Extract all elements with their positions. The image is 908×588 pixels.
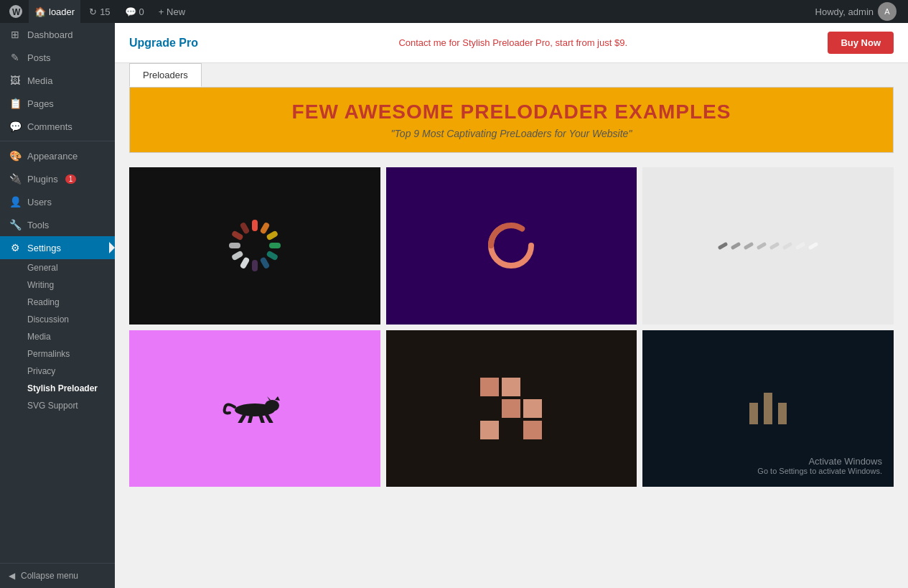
submenu-media[interactable]: Media xyxy=(0,328,115,345)
svg-marker-18 xyxy=(275,396,280,401)
wp-logo[interactable]: W xyxy=(6,0,26,23)
svg-rect-10 xyxy=(231,251,244,261)
svg-rect-2 xyxy=(252,220,258,231)
svg-point-17 xyxy=(265,400,279,411)
updates-count: 15 xyxy=(100,6,110,17)
sidebar: ⊞ Dashboard ✎ Posts 🖼 Media 📋 Pages 💬 Co… xyxy=(0,23,115,588)
submenu-discussion[interactable]: Discussion xyxy=(0,311,115,328)
sidebar-item-label: Media xyxy=(27,75,52,86)
tab-bar: Preloaders xyxy=(129,63,894,87)
comments-icon: 💬 xyxy=(125,6,136,17)
dash xyxy=(808,242,819,250)
sidebar-item-label: Appearance xyxy=(27,151,78,162)
sidebar-item-pages[interactable]: 📋 Pages xyxy=(0,92,115,115)
bar xyxy=(778,403,787,424)
pixel xyxy=(480,421,499,439)
promo-title: FEW AWESOME PRELODADER EXAMPLES xyxy=(144,101,879,123)
sidebar-item-users[interactable]: 👤 Users xyxy=(0,190,115,213)
sidebar-item-appearance[interactable]: 🎨 Appearance xyxy=(0,144,115,167)
submenu-general[interactable]: General xyxy=(0,259,115,276)
pixel xyxy=(523,421,542,439)
sidebar-item-dashboard[interactable]: ⊞ Dashboard xyxy=(0,23,115,46)
bar xyxy=(764,393,772,424)
activate-windows-subtitle: Go to Settings to activate Windows. xyxy=(757,467,882,475)
dash xyxy=(757,242,767,250)
main-content: Upgrade Pro Contact me for Stylish Prelo… xyxy=(115,23,908,588)
sidebar-item-tools[interactable]: 🔧 Tools xyxy=(0,213,115,236)
dash xyxy=(744,242,754,250)
sidebar-item-posts[interactable]: ✎ Posts xyxy=(0,46,115,69)
plugins-icon: 🔌 xyxy=(9,173,22,185)
sidebar-item-settings[interactable]: ⚙ Settings xyxy=(0,236,115,259)
plugins-badge: 1 xyxy=(65,174,77,184)
tab-preloaders[interactable]: Preloaders xyxy=(129,63,202,87)
sidebar-item-plugins[interactable]: 🔌 Plugins 1 xyxy=(0,167,115,190)
sidebar-item-label: Settings xyxy=(27,243,61,253)
media-icon: 🖼 xyxy=(9,75,22,86)
site-name: loader xyxy=(49,6,75,17)
comments-item[interactable]: 💬 0 xyxy=(119,0,150,23)
dashboard-icon: ⊞ xyxy=(9,29,22,40)
preloader-card-1 xyxy=(129,167,380,325)
svg-text:W: W xyxy=(12,7,21,17)
svg-rect-12 xyxy=(231,230,244,241)
buy-now-button[interactable]: Buy Now xyxy=(828,32,894,54)
cheetah-svg xyxy=(219,394,291,423)
preloader-card-5 xyxy=(386,330,637,487)
comments-count: 0 xyxy=(139,6,144,17)
bars-section xyxy=(749,393,787,424)
collapse-menu-button[interactable]: ◀ Collapse menu xyxy=(0,563,115,588)
svg-rect-13 xyxy=(239,222,250,235)
sidebar-item-label: Posts xyxy=(27,52,51,63)
activate-windows-watermark: Activate Windows Go to Settings to activ… xyxy=(757,456,882,475)
svg-rect-9 xyxy=(239,257,250,270)
spinner-arrows xyxy=(482,217,540,274)
updates-item[interactable]: ↻ 15 xyxy=(83,0,116,23)
updates-icon: ↻ xyxy=(89,6,97,17)
svg-rect-8 xyxy=(252,260,258,271)
pixel xyxy=(480,399,499,418)
upgrade-title: Upgrade Pro xyxy=(129,37,198,50)
dash xyxy=(718,242,729,250)
dash xyxy=(731,242,741,250)
activate-windows-title: Activate Windows xyxy=(757,456,882,467)
appearance-icon: 🎨 xyxy=(9,150,22,162)
pixel-grid xyxy=(480,378,542,439)
submenu-writing[interactable]: Writing xyxy=(0,276,115,294)
submenu-reading[interactable]: Reading xyxy=(0,294,115,311)
submenu-permalinks[interactable]: Permalinks xyxy=(0,345,115,363)
home-icon: 🏠 xyxy=(34,6,46,17)
svg-rect-3 xyxy=(259,222,270,235)
svg-line-21 xyxy=(249,416,251,423)
submenu-stylish-preloader[interactable]: Stylish Preloader xyxy=(0,380,115,397)
site-name-item[interactable]: 🏠 loader xyxy=(29,0,80,23)
dash xyxy=(782,242,793,250)
dash xyxy=(795,242,806,250)
svg-line-20 xyxy=(239,416,244,423)
svg-rect-6 xyxy=(266,251,279,261)
collapse-icon: ◀ xyxy=(9,571,15,581)
sidebar-item-media[interactable]: 🖼 Media xyxy=(0,69,115,92)
howdy-text: Howdy, admin xyxy=(815,6,874,17)
spinner-bars xyxy=(749,393,787,424)
preloader-card-3 xyxy=(642,167,894,325)
sidebar-item-label: Users xyxy=(27,197,52,207)
pixel xyxy=(502,421,520,439)
svg-line-22 xyxy=(261,416,263,423)
submenu-privacy[interactable]: Privacy xyxy=(0,363,115,380)
svg-line-23 xyxy=(266,414,271,423)
promo-subtitle: "Top 9 Most Captivating PreLoaders for Y… xyxy=(144,128,879,139)
submenu-svg-support[interactable]: SVG Support xyxy=(0,397,115,414)
pixel xyxy=(523,399,542,418)
admin-bar: W 🏠 loader ↻ 15 💬 0 + New Howdy, admin A xyxy=(0,0,908,23)
menu-sep-1 xyxy=(0,141,115,141)
preloader-grid: Activate Windows Go to Settings to activ… xyxy=(129,167,894,487)
new-item[interactable]: + New xyxy=(153,0,191,23)
sidebar-item-label: Dashboard xyxy=(27,29,73,40)
dash xyxy=(769,242,780,250)
comments-sidebar-icon: 💬 xyxy=(9,121,22,132)
sidebar-item-comments[interactable]: 💬 Comments xyxy=(0,115,115,138)
avatar[interactable]: A xyxy=(878,2,897,21)
spinner-dashes xyxy=(718,244,818,248)
preloader-card-2 xyxy=(386,167,637,325)
